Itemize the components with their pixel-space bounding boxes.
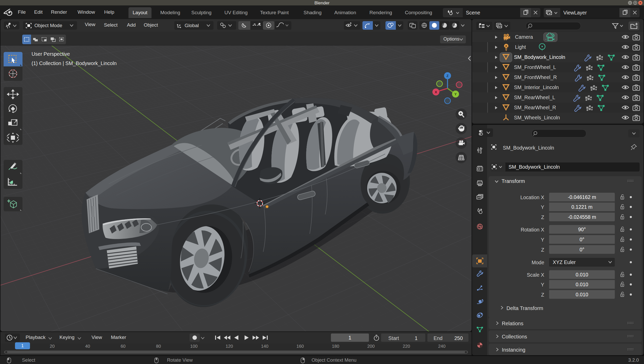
- svg-text:Y: Y: [454, 92, 457, 96]
- svg-text:Z: Z: [446, 74, 449, 78]
- svg-text:X: X: [435, 90, 437, 94]
